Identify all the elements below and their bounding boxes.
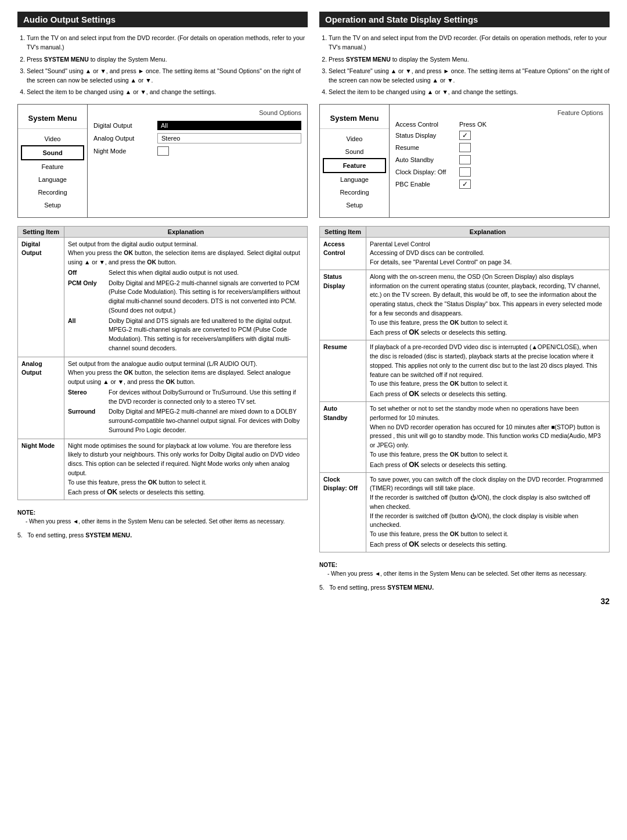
left-explanation-night: Night mode optimises the sound for playb… xyxy=(64,439,308,500)
left-option-night: Night Mode xyxy=(93,146,301,156)
left-note-title: NOTE: xyxy=(17,509,35,516)
right-explanation-clock: To save power, you can switch off the cl… xyxy=(366,472,610,552)
right-explanation-resume: If playback of a pre-recorded DVD video … xyxy=(366,340,610,402)
left-sub-stereo-label: Stereo xyxy=(68,388,109,407)
left-sub-stereo-text: For devices without DolbySurround or Tru… xyxy=(109,388,304,407)
left-sub-surround-text: Dolby Digital and MPEG-2 multi-channel a… xyxy=(109,407,304,435)
left-sub-off-label: Off xyxy=(68,268,109,278)
left-explanation-analog: Set output from the analogue audio outpu… xyxy=(64,357,308,439)
left-menu-feature[interactable]: Feature xyxy=(18,160,87,173)
left-menu-setup[interactable]: Setup xyxy=(18,199,87,211)
left-night-checkbox[interactable] xyxy=(157,146,169,156)
right-note: NOTE: When you press ◄, other items in t… xyxy=(319,561,610,578)
right-option-resume-label: Resume xyxy=(395,144,459,151)
left-note-item: When you press ◄, other items in the Sys… xyxy=(26,517,308,526)
left-option-analog-label: Analog Output xyxy=(93,135,157,142)
right-instruction-3: Select "Feature" using ▲ or ▼, and press… xyxy=(329,66,610,85)
right-item-clock: ClockDisplay: Off xyxy=(320,472,366,552)
right-pbc-checkbox[interactable] xyxy=(459,180,471,189)
right-option-resume: Resume xyxy=(395,143,603,152)
left-table-header-explanation: Explanation xyxy=(64,226,308,237)
left-item-digital: DigitalOutput xyxy=(18,237,64,357)
left-menu-recording[interactable]: Recording xyxy=(18,186,87,199)
right-explanation-auto: To set whether or not to set the standby… xyxy=(366,402,610,473)
left-row-digital: DigitalOutput Set output from the digita… xyxy=(18,237,308,357)
right-menu-setup[interactable]: Setup xyxy=(320,199,389,211)
left-menu-video[interactable]: Video xyxy=(18,132,87,145)
right-option-auto-label: Auto Standby xyxy=(395,156,459,163)
left-explanation-digital: Set output from the digital audio output… xyxy=(64,237,308,357)
right-menu-right: Feature Options Access Control Press OK … xyxy=(390,105,609,217)
left-system-menu: System Menu Video Sound Feature Language… xyxy=(17,104,308,218)
left-sub-pcm-label: PCM Only xyxy=(68,279,109,315)
left-instructions: Turn the TV on and select input from the… xyxy=(17,33,308,97)
left-sub-off: Off Select this when digital audio outpu… xyxy=(68,268,304,278)
right-note-title: NOTE: xyxy=(319,562,337,568)
right-row-resume: Resume If playback of a pre-recorded DVD… xyxy=(320,340,610,402)
left-instruction-1: Turn the TV on and select input from the… xyxy=(27,33,308,52)
left-menu-language[interactable]: Language xyxy=(18,173,87,186)
right-instructions: Turn the TV on and select input from the… xyxy=(319,33,610,97)
left-sub-stereo: Stereo For devices without DolbySurround… xyxy=(68,388,304,407)
right-system-menu: System Menu Video Sound Feature Language… xyxy=(319,104,610,218)
right-settings-table: Setting Item Explanation AccessControl P… xyxy=(319,226,610,552)
left-instruction-3: Select "Sound" using ▲ or ▼, and press ►… xyxy=(27,66,308,85)
left-sub-all: All Dolby Digital and DTS signals are fe… xyxy=(68,317,304,353)
right-table-header-item: Setting Item xyxy=(320,226,366,237)
right-clock-checkbox[interactable] xyxy=(459,167,471,177)
right-option-pbc-label: PBC Enable xyxy=(395,181,459,188)
right-item-resume: Resume xyxy=(320,340,366,402)
left-option-night-label: Night Mode xyxy=(93,148,157,155)
right-option-clock-label: Clock Display: Off xyxy=(395,168,459,175)
left-item-analog: AnalogOutput xyxy=(18,357,64,439)
left-option-digital: Digital Output All xyxy=(93,121,301,130)
right-menu-language[interactable]: Language xyxy=(320,173,389,186)
left-settings-table: Setting Item Explanation DigitalOutput S… xyxy=(17,226,308,501)
left-menu-sound[interactable]: Sound xyxy=(21,145,84,160)
right-option-access-value: Press OK xyxy=(459,121,603,128)
right-option-auto: Auto Standby xyxy=(395,155,603,164)
left-menu-right: Sound Options Digital Output All Analog … xyxy=(88,105,307,217)
right-options-title: Feature Options xyxy=(395,109,603,116)
right-option-status-label: Status Display xyxy=(395,132,459,139)
left-sub-off-text: Select this when digital audio output is… xyxy=(109,268,304,278)
right-menu-video[interactable]: Video xyxy=(320,132,389,145)
right-option-status: Status Display xyxy=(395,131,603,140)
left-options-title: Sound Options xyxy=(93,109,301,116)
right-menu-left: System Menu Video Sound Feature Language… xyxy=(320,105,390,217)
right-row-auto: AutoStandby To set whether or not to set… xyxy=(320,402,610,473)
right-explanation-status: Along with the on-screen menu, the OSD (… xyxy=(366,270,610,340)
right-note-item: When you press ◄, other items in the Sys… xyxy=(327,569,610,578)
right-item-access: AccessControl xyxy=(320,237,366,270)
right-option-access-label: Access Control xyxy=(395,121,459,128)
right-step5: 5. To end setting, press SYSTEM MENU. xyxy=(319,584,610,591)
right-resume-checkbox[interactable] xyxy=(459,143,471,152)
left-option-analog-value: Stereo xyxy=(157,133,301,143)
left-instruction-2: Press SYSTEM MENU to display the System … xyxy=(27,55,308,64)
left-sub-pcm-text: Dolby Digital and MPEG-2 multi-channel s… xyxy=(109,279,304,315)
right-menu-title: System Menu xyxy=(320,110,389,129)
left-table-header-item: Setting Item xyxy=(18,226,64,237)
right-option-pbc: PBC Enable xyxy=(395,180,603,189)
right-column: Operation and State Display Settings Tur… xyxy=(319,12,610,591)
left-option-digital-label: Digital Output xyxy=(93,122,157,129)
right-menu-sound[interactable]: Sound xyxy=(320,145,389,158)
left-instruction-4: Select the item to be changed using ▲ or… xyxy=(27,87,308,96)
right-menu-feature[interactable]: Feature xyxy=(323,158,386,173)
right-instruction-2: Press SYSTEM MENU to display the System … xyxy=(329,55,610,64)
left-sub-all-label: All xyxy=(68,317,109,353)
right-auto-checkbox[interactable] xyxy=(459,155,471,164)
right-instruction-1: Turn the TV on and select input from the… xyxy=(329,33,610,52)
right-menu-recording[interactable]: Recording xyxy=(320,186,389,199)
right-table-header-explanation: Explanation xyxy=(366,226,610,237)
left-option-analog: Analog Output Stereo xyxy=(93,133,301,143)
left-column: Audio Output Settings Turn the TV on and… xyxy=(17,12,308,591)
right-status-checkbox[interactable] xyxy=(459,131,471,140)
left-sub-surround: Surround Dolby Digital and MPEG-2 multi-… xyxy=(68,407,304,435)
left-option-digital-value: All xyxy=(157,121,301,130)
right-item-auto: AutoStandby xyxy=(320,402,366,473)
right-explanation-access: Parental Level Control Accessing of DVD … xyxy=(366,237,610,270)
right-row-access: AccessControl Parental Level Control Acc… xyxy=(320,237,610,270)
left-sub-surround-label: Surround xyxy=(68,407,109,435)
right-instruction-4: Select the item to be changed using ▲ or… xyxy=(329,87,610,96)
